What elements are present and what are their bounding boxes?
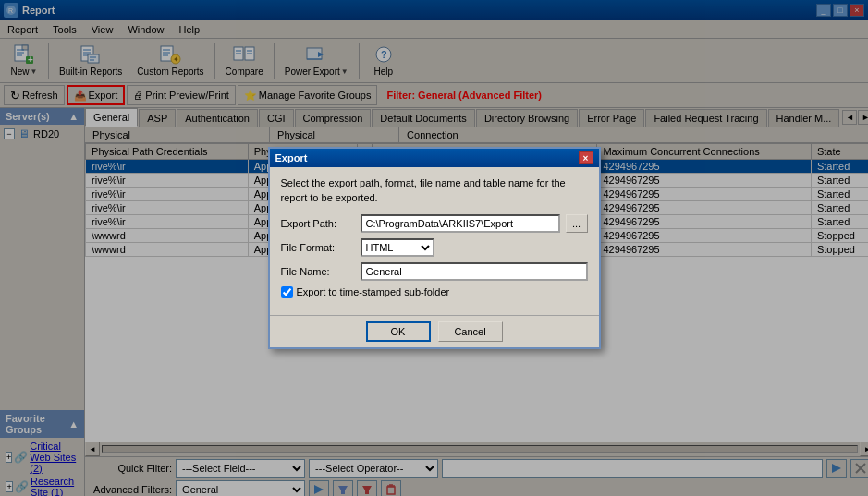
modal-description: Select the export path, format, file nam…	[281, 176, 588, 205]
export-path-label: Export Path:	[281, 218, 355, 229]
modal-cancel-btn[interactable]: Cancel	[438, 321, 503, 342]
modal-ok-btn[interactable]: OK	[366, 321, 431, 342]
export-path-field: Export Path: C:\ProgramData\ARKIIS7\Expo…	[281, 214, 588, 233]
modal-title: Export	[275, 152, 308, 163]
file-name-input[interactable]	[361, 262, 588, 281]
modal-titlebar: Export ×	[270, 149, 599, 167]
file-name-field: File Name:	[281, 262, 588, 281]
modal-close-btn[interactable]: ×	[579, 151, 593, 164]
file-format-field: File Format: HTML CSV XML PDF	[281, 238, 588, 257]
timestamp-checkbox-row: Export to time-stamped sub-folder	[281, 286, 588, 298]
file-format-select[interactable]: HTML CSV XML PDF	[361, 238, 434, 257]
export-path-browse-btn[interactable]: ...	[566, 214, 588, 233]
export-modal: Export × Select the export path, format,…	[268, 147, 601, 349]
file-format-label: File Format:	[281, 242, 355, 253]
timestamp-checkbox[interactable]	[281, 286, 293, 298]
export-modal-overlay: Export × Select the export path, format,…	[0, 0, 868, 496]
file-name-label: File Name:	[281, 266, 355, 277]
modal-buttons: OK Cancel	[270, 315, 599, 347]
export-path-input[interactable]: C:\ProgramData\ARKIIS7\Export	[361, 214, 560, 233]
modal-content: Select the export path, format, file nam…	[270, 167, 599, 315]
timestamp-checkbox-label: Export to time-stamped sub-folder	[297, 286, 450, 297]
